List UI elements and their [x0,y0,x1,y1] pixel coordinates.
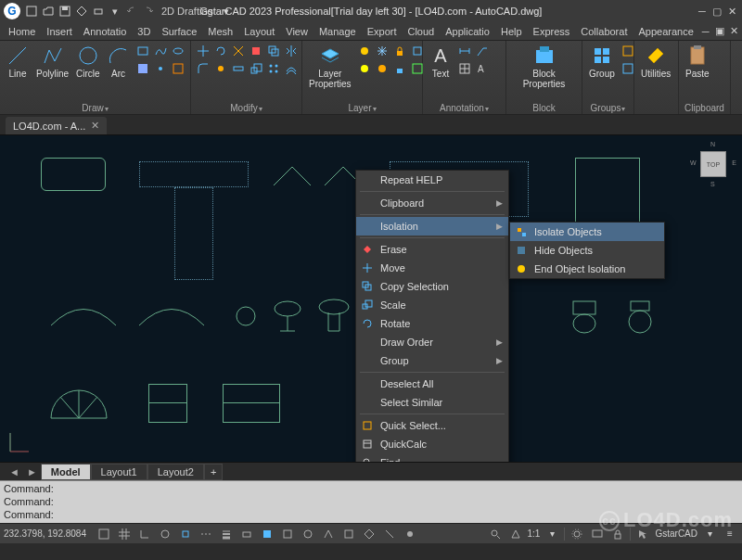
ctx-isolation[interactable]: Isolation▶ [356,217,508,235]
ctx-copy[interactable]: Copy Selection [356,277,508,296]
status-scale[interactable]: 1:1 [528,528,541,539]
document-tab[interactable]: LO4D.com - A... ✕ [6,117,107,134]
menu-express[interactable]: Express [529,24,575,39]
polyline-button[interactable]: Polyline [33,43,71,81]
grid-icon[interactable] [116,527,133,541]
arc-button[interactable]: Arc [105,43,133,81]
ctx-deselect[interactable]: Deselect All [356,375,508,393]
circle-button[interactable]: Circle [73,43,103,81]
menu-layout[interactable]: Layout [239,24,279,39]
ctx-find[interactable]: Find... [356,453,508,462]
extra3-icon[interactable] [361,527,377,541]
polar-icon[interactable] [157,527,173,541]
dropdown-icon[interactable]: ▾ [108,4,122,19]
submenu-isolate[interactable]: Isolate Objects [510,223,664,241]
status-menu-icon[interactable]: ≡ [722,527,738,541]
submenu-end[interactable]: End Object Isolation [510,260,664,278]
offset-icon[interactable] [283,60,300,77]
text-button[interactable]: AText [427,43,454,81]
extra1-icon[interactable] [320,527,337,541]
dimension-icon[interactable] [456,43,473,59]
block-properties-button[interactable]: Block Properties [510,43,578,91]
menu-insert[interactable]: Insert [42,24,77,39]
panel-label-groups[interactable]: Groups▾ [586,102,630,114]
sc-icon[interactable] [300,527,316,541]
menu-mesh[interactable]: Mesh [203,24,237,39]
menu-collaboration[interactable]: Collaborat [576,24,632,39]
array-icon[interactable] [265,60,282,77]
line-button[interactable]: Line [4,43,32,81]
menu-application[interactable]: Applicatio [441,24,494,39]
gear-icon[interactable] [569,527,585,541]
point-icon[interactable] [152,60,169,77]
layer-properties-button[interactable]: Layer Properties [306,43,354,91]
menu-surface[interactable]: Surface [157,24,201,39]
ctx-move[interactable]: Move [356,259,508,277]
group-button[interactable]: Group [586,43,618,81]
command-line-area[interactable]: Command: Command: Command: [0,480,742,523]
leader-icon[interactable] [474,43,491,59]
hatch-icon[interactable] [134,60,151,77]
menu-3d[interactable]: 3D [133,24,155,39]
ctx-rotate[interactable]: Rotate [356,314,508,333]
extra2-icon[interactable] [340,527,357,541]
app-logo[interactable]: G [4,3,20,19]
layer-unlock-icon[interactable] [391,60,408,77]
viewcube[interactable]: N S W E TOP [692,143,735,185]
viewcube-face[interactable]: TOP [700,151,726,177]
explode-icon[interactable] [212,60,229,77]
ctx-quickcalc[interactable]: QuickCalc [356,435,508,453]
tab-add-layout[interactable]: + [204,464,223,480]
redo-icon[interactable] [141,4,156,19]
magnify-icon[interactable] [487,527,504,541]
layer-off-icon[interactable] [356,43,373,59]
ortho-icon[interactable] [136,527,153,541]
ctx-draworder[interactable]: Draw Order▶ [356,333,508,351]
doc-close-icon[interactable]: ✕ [728,25,740,37]
tab-model[interactable]: Model [41,464,91,480]
otrack-icon[interactable] [198,527,214,541]
doc-minimize-icon[interactable]: ─ [700,26,711,37]
model-icon[interactable] [259,527,275,541]
paste-button[interactable]: Paste [683,43,712,81]
rect-icon[interactable] [134,43,151,59]
layer-thaw-icon[interactable] [374,60,390,77]
ellipse-icon[interactable] [170,43,186,59]
scale-icon[interactable] [248,60,264,77]
osnap-icon[interactable] [177,527,194,541]
menu-view[interactable]: View [281,24,313,39]
spline-icon[interactable] [152,43,169,59]
copy-icon[interactable] [265,43,282,59]
stretch-icon[interactable] [230,60,247,77]
mtext-icon[interactable]: A [474,60,491,77]
cursor-icon[interactable] [634,527,651,541]
qp-icon[interactable] [279,527,296,541]
layer-freeze-icon[interactable] [374,43,390,59]
document-tab-close-icon[interactable]: ✕ [91,120,99,132]
rotate-icon[interactable] [212,43,229,59]
ctx-repeat[interactable]: Repeat HELP [356,171,508,189]
layer-lock-icon[interactable] [391,43,408,59]
ctx-group[interactable]: Group▶ [356,351,508,370]
lock-icon[interactable] [609,527,626,541]
menu-annotation[interactable]: Annotatio [79,24,131,39]
panel-label-layer[interactable]: Layer▾ [306,102,418,114]
undo-icon[interactable] [124,4,139,19]
trim-icon[interactable] [230,43,247,59]
layer-on-icon[interactable] [356,60,373,77]
drawing-canvas[interactable]: N S W E TOP Repeat HELP Clipboard▶ Isola… [0,135,742,462]
ctx-scale[interactable]: Scale [356,296,508,314]
menu-manage[interactable]: Manage [314,24,361,39]
open-icon[interactable] [41,4,56,19]
minimize-icon[interactable]: ─ [696,5,709,18]
tab-layout2[interactable]: Layout2 [147,464,204,480]
layout-next-icon[interactable]: ► [23,466,41,477]
ctx-quickselect[interactable]: Quick Select... [356,416,508,435]
dyn-icon[interactable] [238,527,255,541]
save-icon[interactable] [58,4,72,19]
print-icon[interactable] [91,4,106,19]
snap-icon[interactable] [96,527,112,541]
new-icon[interactable] [24,4,39,19]
scale-dropdown-icon[interactable]: ▾ [544,527,560,541]
ctx-erase[interactable]: Erase [356,240,508,259]
